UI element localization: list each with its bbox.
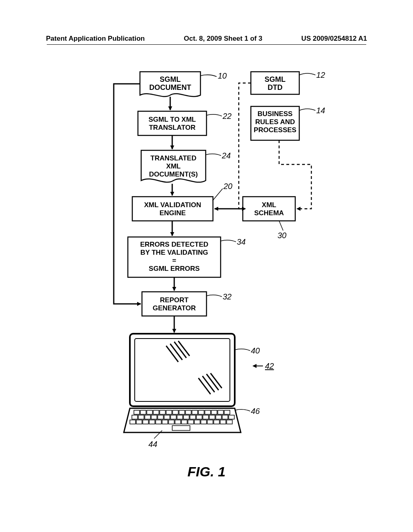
label-errors-l4: SGML ERRORS xyxy=(149,265,200,272)
ref-14: 14 xyxy=(316,106,325,115)
label-dtd-l2: DTD xyxy=(268,83,283,91)
ref-24: 24 xyxy=(221,151,231,160)
label-dtd-l1: SGML xyxy=(265,75,286,83)
label-sgml-doc-l2: DOCUMENT xyxy=(149,83,191,91)
label-errors-l1: ERRORS DETECTED xyxy=(140,241,208,248)
page: Patent Application Publication Oct. 8, 2… xyxy=(0,0,413,532)
ref-22: 22 xyxy=(222,112,232,121)
label-business-l2: RULES AND xyxy=(255,118,295,126)
figure-1: SGML DOCUMENT SGML DTD BUSINESS RULES AN… xyxy=(0,68,413,471)
ref-46: 46 xyxy=(251,407,260,416)
header-left: Patent Application Publication xyxy=(46,35,145,43)
label-business-l3: PROCESSES xyxy=(254,126,296,134)
label-schema-l2: SCHEMA xyxy=(254,209,284,217)
svg-rect-1 xyxy=(135,339,230,401)
diagram-svg: SGML DOCUMENT SGML DTD BUSINESS RULES AN… xyxy=(53,68,360,471)
ref-40: 40 xyxy=(251,346,260,355)
svg-line-58 xyxy=(213,189,223,201)
header-right: US 2009/0254812 A1 xyxy=(301,35,367,43)
label-business-l1: BUSINESS xyxy=(258,110,293,118)
ref-42: 42 xyxy=(265,362,274,370)
label-validation-l2: ENGINE xyxy=(159,209,186,217)
ref-12: 12 xyxy=(316,71,325,79)
label-report-l2: GENERATOR xyxy=(152,304,196,312)
laptop-icon xyxy=(124,334,241,432)
header-center: Oct. 8, 2009 Sheet 1 of 3 xyxy=(184,35,263,43)
label-translator-l2: TRANSLATOR xyxy=(149,124,196,131)
page-header: Patent Application Publication Oct. 8, 2… xyxy=(0,35,413,43)
label-translator-l1: SGML TO XML xyxy=(148,116,196,123)
label-translated-l2: XML xyxy=(166,162,181,170)
label-translated-l1: TRANSLATED xyxy=(150,154,196,162)
dashed-dtd-to-schema xyxy=(239,83,251,209)
label-report-l1: REPORT xyxy=(160,296,189,304)
ref-30: 30 xyxy=(277,231,286,240)
label-errors-l3: = xyxy=(172,257,176,264)
ref-20: 20 xyxy=(223,182,232,191)
label-sgml-doc-l1: SGML xyxy=(160,75,181,83)
ref-32: 32 xyxy=(223,292,232,301)
label-validation-l1: XML VALIDATION xyxy=(144,201,201,209)
header-divider xyxy=(47,44,366,45)
label-errors-l2: BY THE VALIDATING xyxy=(140,249,208,256)
ref-34: 34 xyxy=(237,237,246,246)
ref-10: 10 xyxy=(218,71,227,80)
label-schema-l1: XML xyxy=(262,201,276,209)
label-translated-l3: DOCUMENT(S) xyxy=(149,170,198,178)
figure-caption: FIG. 1 xyxy=(0,464,413,480)
ref-44: 44 xyxy=(148,440,157,449)
svg-line-59 xyxy=(279,221,283,231)
